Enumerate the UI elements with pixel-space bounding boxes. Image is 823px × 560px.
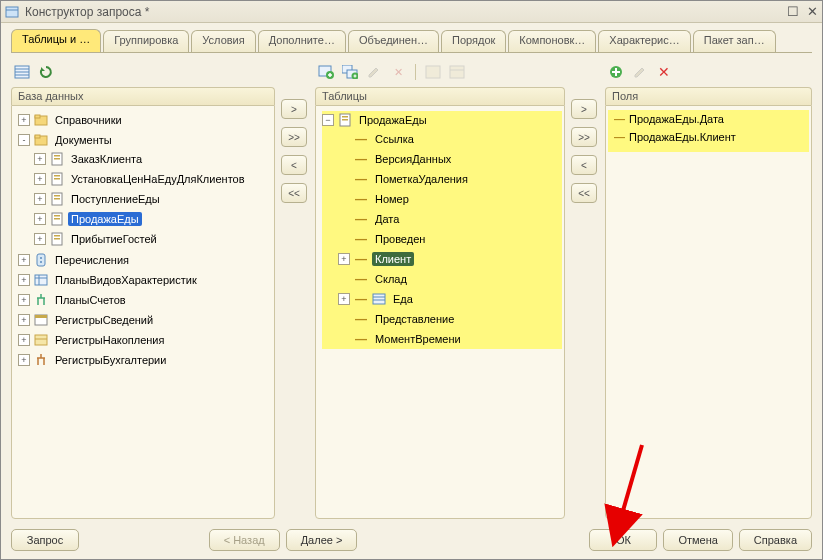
move-all-right-button-2[interactable]: >> xyxy=(571,127,597,147)
move-left-button-2[interactable]: < xyxy=(571,155,597,175)
tree-label: Склад xyxy=(372,272,410,286)
tree-node[interactable]: +УстановкаЦенНаЕдуДляКлиентов xyxy=(34,170,272,188)
tab-batch[interactable]: Пакет зап… xyxy=(693,30,776,52)
tables-column: ✕ Таблицы − xyxy=(315,61,565,519)
tree-node[interactable]: +ПланыСчетов xyxy=(18,291,272,309)
fields-list[interactable]: —ПродажаЕды.Дата—ПродажаЕды.Клиент xyxy=(605,105,812,519)
tree-node[interactable]: +—Еда xyxy=(338,290,562,308)
svg-rect-44 xyxy=(342,116,348,118)
enum-icon xyxy=(34,253,48,267)
expander-icon[interactable]: + xyxy=(34,233,46,245)
edit-field-icon[interactable] xyxy=(631,63,649,81)
tree-node[interactable]: +ПланыВидовХарактеристик xyxy=(18,271,272,289)
expander-spacer xyxy=(338,233,350,245)
ok-button[interactable]: ОК xyxy=(589,529,657,551)
dash-icon: — xyxy=(614,131,625,143)
table-icon xyxy=(372,292,386,306)
tree-node[interactable]: +РегистрыСведений xyxy=(18,311,272,329)
next-button[interactable]: Далее > xyxy=(286,529,358,551)
expander-icon[interactable]: + xyxy=(338,253,350,265)
svg-rect-0 xyxy=(6,7,18,17)
tree-node[interactable]: —Ссылка xyxy=(338,130,562,148)
field-row[interactable]: —ПродажаЕды.Клиент xyxy=(608,128,809,146)
tree-label: Клиент xyxy=(372,252,414,266)
refresh-icon[interactable] xyxy=(37,63,55,81)
move-all-left-button[interactable]: << xyxy=(281,183,307,203)
tree-node[interactable]: —ПометкаУдаления xyxy=(338,170,562,188)
tree-node[interactable]: —Номер xyxy=(338,190,562,208)
tree-node[interactable]: —Представление xyxy=(338,310,562,328)
tables-tree[interactable]: − ПродажаЕды —Ссылка—ВерсияДанных—Пометк… xyxy=(315,105,565,519)
expander-icon[interactable]: + xyxy=(34,173,46,185)
tree-node[interactable]: +РегистрыБухгалтерии xyxy=(18,351,272,369)
query-button[interactable]: Запрос xyxy=(11,529,79,551)
cancel-button[interactable]: Отмена xyxy=(663,529,732,551)
expander-icon[interactable]: − xyxy=(322,114,334,126)
tree-node[interactable]: +Перечисления xyxy=(18,251,272,269)
tree-node[interactable]: +ЗаказКлиента xyxy=(34,150,272,168)
tree-node[interactable]: —Проведен xyxy=(338,230,562,248)
tree-node[interactable]: +ПрибытиеГостей xyxy=(34,230,272,248)
expander-icon[interactable]: + xyxy=(18,274,30,286)
tree-node[interactable]: +—Клиент xyxy=(338,250,562,268)
tab-tables[interactable]: Таблицы и … xyxy=(11,29,101,53)
tree-node[interactable]: +Справочники xyxy=(18,111,272,129)
tree-node[interactable]: —Склад xyxy=(338,270,562,288)
move-right-button-2[interactable]: > xyxy=(571,99,597,119)
svg-rect-18 xyxy=(54,198,60,200)
delete-field-icon[interactable]: ✕ xyxy=(655,63,673,81)
move-all-left-button-2[interactable]: << xyxy=(571,183,597,203)
tab-grouping[interactable]: Группировка xyxy=(103,30,189,52)
tree-node[interactable]: -Документы xyxy=(18,131,272,149)
tab-order[interactable]: Порядок xyxy=(441,30,506,52)
add-field-icon[interactable] xyxy=(607,63,625,81)
db-tree[interactable]: +Справочники-Документы+ЗаказКлиента+Уста… xyxy=(11,105,275,519)
tree-label: Дата xyxy=(372,212,402,226)
tree-node-root[interactable]: − ПродажаЕды xyxy=(322,111,562,129)
help-button[interactable]: Справка xyxy=(739,529,812,551)
move-all-right-button[interactable]: >> xyxy=(281,127,307,147)
plan-icon xyxy=(34,273,48,287)
expander-icon[interactable]: + xyxy=(338,293,350,305)
tree-node[interactable]: —ВерсияДанных xyxy=(338,150,562,168)
expander-icon[interactable]: + xyxy=(34,153,46,165)
tab-characteristics[interactable]: Характерис… xyxy=(598,30,690,52)
move-left-button[interactable]: < xyxy=(281,155,307,175)
tree-node[interactable]: +РегистрыНакопления xyxy=(18,331,272,349)
delete-icon[interactable]: ✕ xyxy=(389,63,407,81)
maximize-icon[interactable]: ☐ xyxy=(787,4,799,19)
field-row[interactable]: —ПродажаЕды.Дата xyxy=(608,110,809,128)
edit-icon[interactable] xyxy=(365,63,383,81)
svg-rect-7 xyxy=(35,115,40,118)
back-button[interactable]: < Назад xyxy=(209,529,280,551)
tree-node[interactable]: —Дата xyxy=(338,210,562,228)
add-table-icon[interactable] xyxy=(317,63,335,81)
svg-rect-12 xyxy=(54,158,60,160)
expander-icon[interactable]: + xyxy=(18,114,30,126)
tree-node[interactable]: —МоментВремени xyxy=(338,330,562,348)
tab-union[interactable]: Объединен… xyxy=(348,30,439,52)
temp-table-icon[interactable] xyxy=(448,63,466,81)
expander-icon[interactable]: + xyxy=(18,354,30,366)
tab-composition[interactable]: Компоновк… xyxy=(508,30,596,52)
add-nested-icon[interactable] xyxy=(341,63,359,81)
expander-icon[interactable]: - xyxy=(18,134,30,146)
expander-icon[interactable]: + xyxy=(18,294,30,306)
expander-icon[interactable]: + xyxy=(34,213,46,225)
table-icon[interactable] xyxy=(13,63,31,81)
tree-node[interactable]: +ПродажаЕды xyxy=(34,210,272,228)
expander-icon[interactable]: + xyxy=(18,314,30,326)
move-right-button[interactable]: > xyxy=(281,99,307,119)
expander-icon[interactable]: + xyxy=(18,334,30,346)
svg-rect-33 xyxy=(35,335,47,345)
db-column: База данных +Справочники-Документы+Заказ… xyxy=(11,61,275,519)
close-icon[interactable]: ✕ xyxy=(807,4,818,19)
tab-conditions[interactable]: Условия xyxy=(191,30,255,52)
replace-icon[interactable] xyxy=(424,63,442,81)
expander-icon[interactable]: + xyxy=(18,254,30,266)
tab-additional[interactable]: Дополните… xyxy=(258,30,346,52)
tree-node[interactable]: +ПоступлениеЕды xyxy=(34,190,272,208)
svg-rect-24 xyxy=(54,238,60,240)
tree-label: УстановкаЦенНаЕдуДляКлиентов xyxy=(68,172,248,186)
expander-icon[interactable]: + xyxy=(34,193,46,205)
